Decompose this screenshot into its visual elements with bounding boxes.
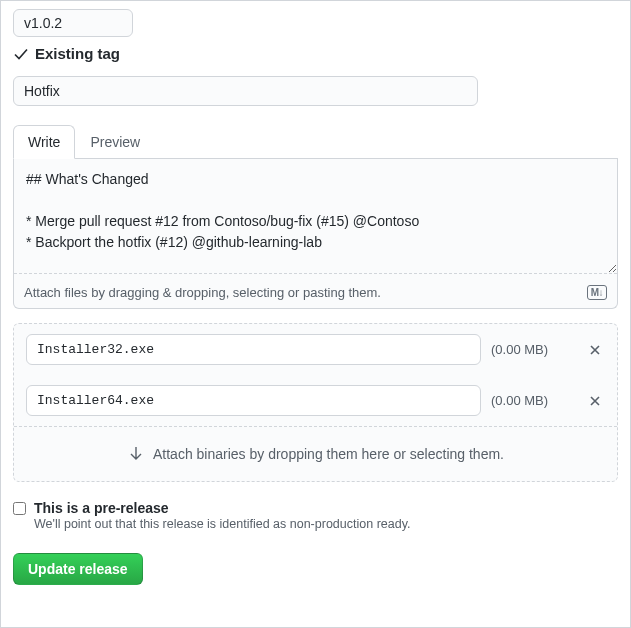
editor-tabs: Write Preview xyxy=(13,124,618,159)
description-wrapper: Attach files by dragging & dropping, sel… xyxy=(13,159,618,309)
prerelease-description: We'll point out that this release is ide… xyxy=(34,517,410,531)
tag-value: v1.0.2 xyxy=(24,15,62,31)
attach-files-hint: Attach files by dragging & dropping, sel… xyxy=(24,285,381,300)
tab-write[interactable]: Write xyxy=(13,125,75,159)
close-icon xyxy=(588,343,602,357)
prerelease-checkbox[interactable] xyxy=(13,502,26,515)
prerelease-label[interactable]: This is a pre-release xyxy=(34,500,169,516)
binary-size: (0.00 MB) xyxy=(491,393,575,408)
download-arrow-icon xyxy=(127,445,145,463)
submit-row: Update release xyxy=(13,553,618,585)
binary-name-input[interactable] xyxy=(26,385,481,416)
tab-preview[interactable]: Preview xyxy=(75,125,155,159)
tag-status-row: Existing tag xyxy=(13,45,618,62)
check-icon xyxy=(13,46,29,62)
release-title-input[interactable] xyxy=(13,76,478,106)
prerelease-row: This is a pre-release We'll point out th… xyxy=(13,500,618,531)
release-form: v1.0.2 Existing tag Write Preview Attach… xyxy=(0,0,631,628)
attach-files-hint-row[interactable]: Attach files by dragging & dropping, sel… xyxy=(14,277,617,308)
binary-name-input[interactable] xyxy=(26,334,481,365)
update-release-button[interactable]: Update release xyxy=(13,553,143,585)
binaries-drop-hint: Attach binaries by dropping them here or… xyxy=(153,446,504,462)
close-icon xyxy=(588,394,602,408)
description-textarea[interactable] xyxy=(14,159,617,274)
binary-row: (0.00 MB) xyxy=(14,375,617,426)
binaries-section: (0.00 MB) (0.00 MB) Attach binaries by d… xyxy=(13,323,618,482)
markdown-icon: M↓ xyxy=(587,285,607,300)
tag-selector[interactable]: v1.0.2 xyxy=(13,9,133,37)
remove-binary-button[interactable] xyxy=(585,391,605,411)
binaries-dropzone[interactable]: Attach binaries by dropping them here or… xyxy=(14,426,617,481)
tag-status-text: Existing tag xyxy=(35,45,120,62)
binary-size: (0.00 MB) xyxy=(491,342,575,357)
binary-row: (0.00 MB) xyxy=(14,324,617,375)
remove-binary-button[interactable] xyxy=(585,340,605,360)
